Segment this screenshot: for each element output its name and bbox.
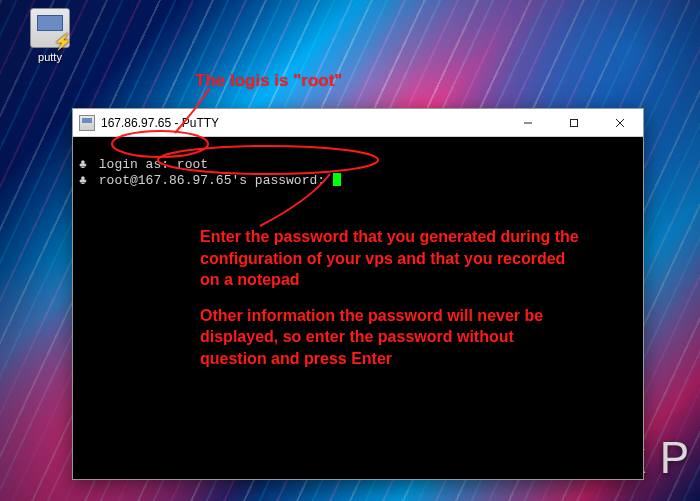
prompt-icon: ♣ (79, 173, 91, 189)
window-titlebar[interactable]: 167.86.97.65 - PuTTY (73, 109, 643, 137)
login-username-value: root (177, 157, 208, 172)
annotation-body-p2: Other information the password will neve… (200, 305, 580, 370)
annotation-password-instructions: Enter the password that you generated du… (200, 226, 580, 370)
window-maximize-button[interactable] (551, 109, 597, 136)
window-close-button[interactable] (597, 109, 643, 136)
desktop-shortcut-putty[interactable]: putty (20, 8, 80, 63)
putty-shortcut-icon (30, 8, 70, 48)
annotation-body-p1: Enter the password that you generated du… (200, 226, 580, 291)
svg-rect-0 (571, 119, 578, 126)
prompt-icon: ♣ (79, 157, 91, 173)
window-minimize-button[interactable] (505, 109, 551, 136)
terminal-cursor (333, 173, 341, 186)
putty-titlebar-icon (79, 115, 95, 131)
login-prompt-label: login as: (99, 157, 169, 172)
password-prompt-label: root@167.86.97.65's password: (99, 173, 325, 188)
desktop-shortcut-label: putty (20, 51, 80, 63)
window-title: 167.86.97.65 - PuTTY (101, 116, 505, 130)
annotation-login-label: The logis is "root" (195, 70, 342, 93)
